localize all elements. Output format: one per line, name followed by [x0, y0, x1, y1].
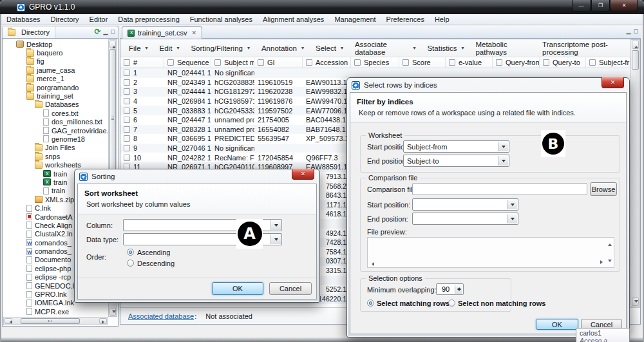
scroll-up-button[interactable] [109, 41, 116, 48]
tree-item[interactable]: Desktop [3, 40, 108, 48]
row-checkbox[interactable] [124, 79, 130, 86]
tree-item[interactable]: jaume_casa [3, 66, 108, 74]
tree-item[interactable]: GAG_retroviridae.txt [3, 126, 108, 135]
worksheet-menu[interactable]: Edit ▾ [154, 39, 185, 57]
scroll-down-button[interactable] [109, 308, 116, 316]
row-checkbox[interactable] [124, 117, 130, 123]
column-checkbox[interactable] [449, 59, 455, 66]
select-non-matching-radio[interactable] [448, 299, 455, 307]
worksheet-menu[interactable]: File ▾ [123, 39, 154, 57]
column-header[interactable]: # [120, 57, 164, 68]
menu-item[interactable]: Management [329, 14, 381, 24]
title-bar[interactable]: GPRO v1.1.0 — ❐ ✕ [0, 0, 644, 14]
scrollbar-thumb[interactable] [109, 49, 116, 187]
column-header[interactable]: Sequence [164, 57, 211, 68]
tree-item[interactable]: worksheets [3, 160, 108, 169]
browse-button[interactable]: Browse [590, 182, 617, 196]
select-rows-dialog-title-bar[interactable]: Select rows by indices [350, 78, 627, 92]
dropdown-arrow-icon[interactable] [498, 156, 508, 166]
menu-item[interactable]: Alignment analyses [258, 14, 329, 24]
tree-horizontal-scrollbar[interactable] [3, 317, 108, 325]
select-rows-dialog-close-button[interactable]: ✕ [601, 77, 624, 88]
menu-item[interactable]: Functional analyses [185, 14, 258, 24]
row-checkbox[interactable] [124, 145, 130, 151]
column-header[interactable]: Score [399, 57, 446, 68]
worksheet-menu[interactable]: Associate database ▾ [349, 39, 421, 57]
menu-item[interactable]: Help [430, 14, 455, 24]
refresh-icon[interactable]: ⟳ [95, 28, 101, 35]
row-checkbox[interactable] [124, 70, 130, 76]
worksheet-menu[interactable]: Transcriptome post-processing ▾ [536, 39, 640, 57]
worksheet-menu[interactable]: Statistics ▾ [421, 39, 469, 57]
row-checkbox[interactable] [124, 88, 130, 95]
dropdown-arrow-icon[interactable] [507, 214, 517, 223]
row-checkbox[interactable] [124, 98, 130, 104]
column-header[interactable]: Species [351, 57, 399, 68]
dropdown-arrow-icon[interactable] [270, 234, 281, 244]
tab-training-set-csv[interactable]: training_set.csv ✕ [122, 26, 202, 39]
column-checkbox[interactable] [167, 59, 174, 66]
tree-item[interactable]: dos_millones.txt [3, 118, 108, 126]
tree-item[interactable]: merce_1 [3, 75, 108, 83]
tab-directory[interactable]: Directory [3, 26, 55, 38]
tab-close-icon[interactable]: ✕ [191, 30, 196, 36]
tree-item[interactable]: cores.txt [3, 109, 108, 117]
menu-item[interactable]: Databases [1, 14, 46, 24]
editor-maximize-icon[interactable]: ◻ [634, 28, 638, 34]
minimum-overlapping-spinner[interactable]: 90 [436, 283, 464, 295]
column-header[interactable]: Query-from [493, 57, 540, 68]
column-checkbox[interactable] [496, 59, 502, 66]
preview-scroll-left-icon[interactable] [370, 262, 374, 266]
menu-item[interactable]: Editor [84, 14, 113, 24]
row-checkbox[interactable] [124, 135, 130, 142]
panel-maximize-icon[interactable]: ◻ [111, 29, 115, 35]
preview-scroll-right-icon[interactable] [600, 260, 605, 264]
column-header[interactable]: Subject m... [211, 57, 254, 68]
comparison-end-dropdown[interactable] [412, 213, 518, 225]
sorting-cancel-button[interactable]: Cancel [269, 282, 312, 295]
sorting-dialog-close-button[interactable]: ✕ [292, 169, 314, 180]
dropdown-arrow-icon[interactable] [270, 220, 281, 230]
column-header[interactable]: Accession [303, 57, 351, 68]
sorting-ok-button[interactable]: OK [212, 282, 263, 295]
tree-item[interactable]: fig [3, 57, 108, 66]
worksheet-start-dropdown[interactable]: Subject-from [403, 140, 509, 153]
worksheet-menu[interactable]: Sorting/Filtering ▾ [185, 39, 256, 57]
worksheet-end-dropdown[interactable]: Subject-to [403, 155, 509, 167]
window-close-button[interactable]: ✕ [611, 0, 638, 12]
associated-database-link[interactable]: Associated database [128, 312, 194, 320]
dropdown-arrow-icon[interactable] [498, 142, 508, 151]
scrollbar-thumb[interactable] [632, 50, 639, 70]
column-checkbox[interactable] [543, 59, 549, 66]
menu-item[interactable]: Directory [46, 14, 84, 24]
column-checkbox[interactable] [124, 59, 130, 66]
column-checkbox[interactable] [214, 59, 221, 66]
worksheet-menu[interactable]: Metabolic pathways ▾ [469, 39, 536, 57]
comparison-file-input[interactable] [412, 183, 587, 195]
file-preview-area[interactable] [367, 237, 614, 268]
scrollbar-thumb[interactable] [21, 318, 80, 324]
row-checkbox[interactable] [124, 108, 130, 114]
table-vertical-scrollbar[interactable] [630, 39, 640, 307]
select-matching-radio[interactable] [367, 299, 374, 307]
table-row[interactable]: 1 NR_024441 1 No significant ... [120, 68, 640, 78]
panel-minimize-icon[interactable]: ▁ [104, 29, 108, 35]
tree-item[interactable]: snps [3, 152, 108, 160]
tree-item[interactable]: MCPR.exe [3, 307, 108, 316]
tree-item[interactable]: genome18 [3, 135, 108, 143]
column-checkbox[interactable] [258, 59, 264, 66]
menu-item[interactable]: Data preprocessing [113, 14, 184, 24]
worksheet-menu[interactable]: Annotation ▾ [256, 39, 310, 57]
column-checkbox[interactable] [354, 59, 361, 66]
dropdown-arrow-icon[interactable] [507, 200, 517, 209]
menu-item[interactable]: Preferences [381, 14, 430, 24]
column-checkbox[interactable] [306, 59, 312, 66]
scroll-up-button[interactable] [632, 41, 639, 49]
column-checkbox[interactable] [402, 59, 409, 66]
tree-item[interactable]: porgramando [3, 83, 108, 91]
editor-minimize-icon[interactable]: ▁ [627, 28, 631, 34]
comparison-start-dropdown[interactable] [412, 198, 518, 211]
ascending-radio[interactable] [127, 249, 134, 256]
column-header[interactable]: Subject-fr [586, 57, 630, 68]
column-header[interactable]: Query-to [540, 57, 586, 68]
